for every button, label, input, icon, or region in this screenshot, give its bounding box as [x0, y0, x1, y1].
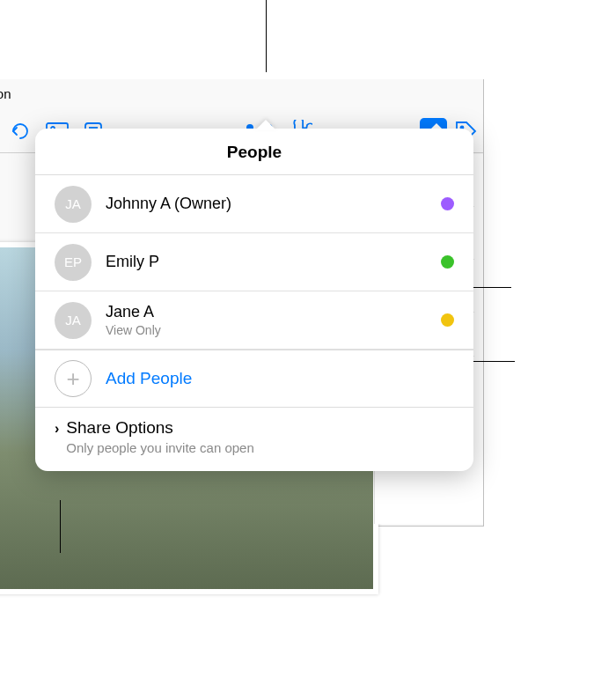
person-row[interactable]: EP Emily P — [35, 233, 473, 291]
person-info: Emily P — [92, 253, 441, 271]
share-texts: Share Options Only people you invite can… — [66, 418, 253, 455]
people-popover: People JA Johnny A (Owner) EP Emily P JA… — [35, 129, 473, 471]
person-info: Jane A View Only — [92, 303, 441, 337]
undo-button[interactable] — [4, 114, 40, 149]
avatar: EP — [55, 244, 92, 281]
person-name: Johnny A (Owner) — [106, 195, 441, 213]
share-options-button[interactable]: › Share Options Only people you invite c… — [35, 408, 473, 471]
share-options-subtitle: Only people you invite can open — [66, 440, 253, 455]
callout-line — [467, 287, 511, 288]
person-permission: View Only — [106, 323, 441, 337]
person-info: Johnny A (Owner) — [92, 195, 441, 213]
person-row[interactable]: JA Johnny A (Owner) — [35, 175, 473, 233]
presence-dot — [441, 313, 454, 327]
person-name: Jane A — [106, 303, 441, 321]
presence-dot — [441, 197, 454, 210]
callout-line — [60, 500, 61, 553]
document-title: ution — [0, 86, 11, 101]
person-row[interactable]: JA Jane A View Only — [35, 291, 473, 350]
presence-dot — [441, 255, 454, 269]
plus-icon: + — [55, 360, 92, 397]
chevron-right-icon: › — [55, 418, 59, 437]
share-options-title: Share Options — [66, 418, 253, 438]
undo-icon — [10, 121, 33, 142]
popover-arrow — [255, 120, 276, 130]
callout-line — [266, 0, 267, 72]
add-people-button[interactable]: + Add People — [35, 350, 473, 408]
add-people-label: Add People — [106, 369, 192, 388]
avatar: JA — [55, 302, 92, 339]
popover-title: People — [35, 129, 473, 175]
avatar: JA — [55, 186, 92, 223]
person-name: Emily P — [106, 253, 441, 271]
